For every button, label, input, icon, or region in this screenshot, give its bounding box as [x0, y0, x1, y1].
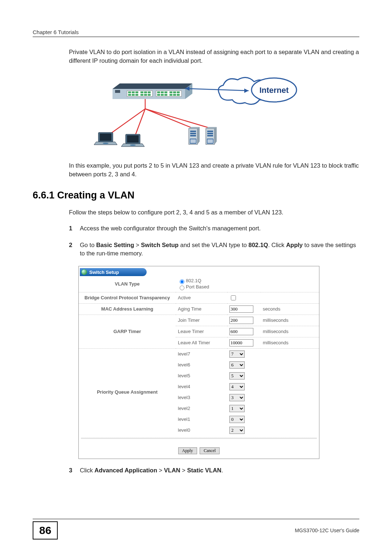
level6-select[interactable]: 6 — [229, 361, 245, 369]
footer: 86 MGS3700-12C User's Guide — [0, 519, 392, 539]
level1-select[interactable]: 0 — [229, 416, 245, 423]
svg-rect-7 — [132, 91, 135, 93]
svg-rect-15 — [140, 94, 143, 96]
svg-rect-16 — [144, 94, 147, 96]
svg-rect-58 — [195, 139, 196, 143]
step-text: Go to Basic Setting > Switch Setup and s… — [80, 242, 356, 257]
svg-rect-23 — [164, 94, 167, 96]
leave-timer-unit: milliseconds — [261, 326, 319, 337]
switch-setup-title: Switch Setup — [80, 268, 147, 276]
level2-select[interactable]: 1 — [229, 405, 245, 412]
svg-marker-61 — [215, 127, 217, 144]
svg-rect-22 — [161, 94, 164, 96]
page-number: 86 — [33, 521, 58, 539]
bridge-active-col: Active — [176, 292, 227, 303]
svg-rect-55 — [192, 139, 192, 143]
level5-select[interactable]: 5 — [229, 372, 245, 379]
apply-button[interactable]: Apply — [178, 447, 197, 454]
join-timer-input[interactable] — [229, 317, 253, 324]
aging-time-input[interactable] — [229, 305, 253, 313]
svg-rect-9 — [128, 94, 131, 96]
level0-select[interactable]: 2 — [229, 427, 245, 434]
svg-rect-3 — [115, 90, 120, 93]
svg-rect-64 — [207, 135, 213, 136]
svg-line-38 — [145, 109, 212, 129]
svg-rect-27 — [170, 94, 172, 96]
level4-select[interactable]: 4 — [229, 383, 245, 390]
vlan-type-label: VLAN Type — [79, 276, 176, 292]
section-heading: 6.6.1 Creating a VLAN — [33, 190, 359, 201]
svg-rect-69 — [211, 139, 212, 143]
svg-rect-62 — [207, 131, 213, 132]
garp-timer-label: GARP Timer — [79, 315, 176, 348]
svg-rect-18 — [157, 91, 160, 93]
svg-rect-20 — [164, 91, 167, 93]
separator — [81, 438, 317, 439]
svg-rect-21 — [157, 94, 160, 96]
network-diagram: Internet — [93, 73, 299, 151]
internet-label: Internet — [260, 86, 289, 95]
svg-rect-54 — [191, 139, 191, 143]
svg-rect-6 — [128, 91, 131, 93]
level3-select[interactable]: 3 — [229, 394, 245, 401]
svg-line-35 — [107, 109, 145, 136]
intro-paragraph: Private VLAN to do port isolation in a V… — [69, 48, 359, 65]
level1-label: level1 — [176, 414, 227, 425]
switch-setup-panel: Switch Setup VLAN Type 802.1Q Port Based… — [78, 266, 319, 459]
leave-timer-col: Leave Timer — [176, 326, 227, 337]
svg-rect-13 — [144, 91, 147, 93]
svg-rect-67 — [209, 139, 209, 143]
level3-label: level3 — [176, 392, 227, 403]
step-3: 3 Click Advanced Application > VLAN > St… — [69, 466, 359, 475]
svg-rect-19 — [161, 91, 164, 93]
step-num: 2 — [69, 241, 72, 250]
leaveall-timer-input[interactable] — [229, 339, 253, 346]
cancel-button[interactable]: Cancel — [200, 447, 220, 454]
bridge-active-checkbox[interactable] — [231, 295, 236, 300]
level2-label: level2 — [176, 403, 227, 414]
svg-rect-50 — [190, 131, 196, 132]
svg-rect-28 — [173, 94, 176, 96]
level7-select[interactable]: 7 — [229, 350, 245, 358]
level5-label: level5 — [176, 370, 227, 381]
vlan-type-8021q-option[interactable]: 802.1Q — [178, 278, 201, 283]
level4-label: level4 — [176, 381, 227, 392]
svg-rect-51 — [190, 133, 196, 134]
svg-rect-57 — [194, 139, 195, 143]
svg-rect-25 — [173, 91, 176, 93]
svg-rect-56 — [193, 139, 193, 143]
svg-rect-17 — [148, 94, 151, 96]
footer-guide-title: MGS3700-12C User's Guide — [295, 528, 359, 533]
svg-rect-68 — [210, 139, 211, 143]
vlan-type-8021q-radio[interactable] — [180, 279, 184, 284]
svg-rect-63 — [207, 133, 213, 134]
svg-rect-10 — [132, 94, 135, 96]
aging-time-unit: seconds — [261, 303, 319, 315]
step-text: Access the web configurator through the … — [80, 225, 261, 231]
svg-marker-49 — [197, 127, 200, 144]
level0-label: level0 — [176, 425, 227, 436]
priority-queue-label: Priority Queue Assignment — [79, 348, 176, 436]
svg-point-42 — [103, 143, 109, 144]
svg-point-46 — [130, 144, 136, 146]
svg-rect-52 — [190, 135, 196, 136]
level7-label: level7 — [176, 348, 227, 360]
leave-timer-input[interactable] — [229, 328, 253, 335]
svg-rect-14 — [148, 91, 151, 93]
level6-label: level6 — [176, 360, 227, 370]
follow-paragraph: Follow the steps below to configure port… — [69, 208, 359, 217]
step-text: Click Advanced Application > VLAN > Stat… — [80, 467, 223, 473]
step-num: 1 — [69, 224, 72, 233]
mac-learning-label: MAC Address Learning — [79, 303, 176, 315]
svg-rect-8 — [135, 91, 138, 93]
bridge-label: Bridge Control Protocol Transparency — [79, 292, 176, 303]
step-2: 2 Go to Basic Setting > Switch Setup and… — [69, 241, 359, 258]
vlan-type-portbased-radio[interactable] — [180, 286, 184, 290]
leaveall-timer-col: Leave All Timer — [176, 337, 227, 348]
svg-rect-24 — [170, 91, 172, 93]
svg-rect-40 — [100, 134, 111, 141]
vlan-type-portbased-option[interactable]: Port Based — [178, 284, 209, 290]
svg-rect-66 — [208, 139, 208, 143]
svg-rect-44 — [127, 135, 139, 143]
svg-rect-12 — [140, 91, 143, 93]
